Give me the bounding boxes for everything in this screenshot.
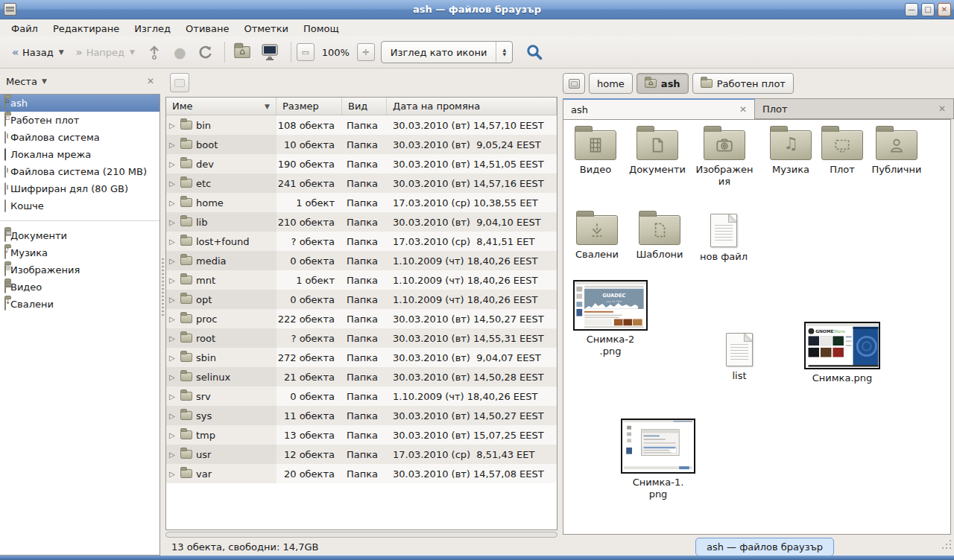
table-row[interactable]: ▷ bin 108 обекта Папка 30.03.2010 (вт) 1… <box>166 115 557 135</box>
expander-icon[interactable]: ▷ <box>169 431 177 439</box>
resize-grip[interactable] <box>941 539 952 550</box>
expander-icon[interactable]: ▷ <box>169 315 177 323</box>
minimize-button[interactable]: — <box>905 3 918 16</box>
stop-button[interactable]: ● <box>168 40 192 64</box>
sidebar-selector[interactable]: Места ▼ <box>6 76 47 87</box>
home-button[interactable] <box>230 40 254 64</box>
taskbar-window-button[interactable]: ash — файлов браузър <box>695 538 834 556</box>
table-row[interactable]: ▷ opt 0 обекта Папка 1.10.2009 (чт) 18,4… <box>166 290 557 309</box>
menu-edit[interactable]: Редактиране <box>46 22 126 36</box>
tab-plot[interactable]: Плот ✕ <box>755 98 954 119</box>
back-button[interactable]: « Назад ▼ <box>6 40 70 64</box>
menu-help[interactable]: Помощ <box>297 22 346 36</box>
reload-button[interactable] <box>192 40 219 64</box>
expander-icon[interactable]: ▷ <box>169 354 177 362</box>
expander-icon[interactable]: ▷ <box>169 412 177 420</box>
table-row[interactable]: ▷ home 1 обект Папка 17.03.2010 (ср) 10,… <box>166 193 557 212</box>
titlebar[interactable]: ash — файлов браузър — □ ✕ <box>0 0 954 19</box>
tree-root-button[interactable] <box>170 73 189 92</box>
table-row[interactable]: ▷ boot 10 обекта Папка 30.03.2010 (вт) 9… <box>166 135 557 154</box>
expander-icon[interactable]: ▷ <box>169 141 177 149</box>
sidebar-item[interactable]: Локална мрежа <box>0 146 159 163</box>
zoom-out-button[interactable]: ▭ <box>297 43 315 61</box>
sidebar-item[interactable]: Кошче <box>0 197 159 214</box>
sidebar-item[interactable]: Изображения <box>0 261 159 279</box>
menu-go[interactable]: Отиване <box>179 22 236 36</box>
sidebar-item[interactable]: Файлова система <box>0 129 159 146</box>
table-row[interactable]: ▷ sys 11 обекта Папка 30.03.2010 (вт) 14… <box>166 406 557 425</box>
folder-documents[interactable]: Документи <box>625 124 690 176</box>
expander-icon[interactable]: ▷ <box>169 257 177 265</box>
tab-close-icon[interactable]: ✕ <box>938 104 946 114</box>
table-row[interactable]: ▷ lost+found ? обекта Папка 17.03.2010 (… <box>166 232 557 251</box>
expander-icon[interactable]: ▷ <box>169 160 177 168</box>
breadcrumb-ash-button[interactable]: ash <box>636 73 689 94</box>
table-row[interactable]: ▷ selinux 21 обекта Папка 30.03.2010 (вт… <box>166 367 557 386</box>
expander-icon[interactable]: ▷ <box>169 179 177 188</box>
up-button[interactable] <box>141 40 168 64</box>
table-row[interactable]: ▷ dev 190 обекта Папка 30.03.2010 (вт) 1… <box>166 154 557 174</box>
back-dropdown-icon[interactable]: ▼ <box>59 48 64 56</box>
sidebar-item[interactable]: Шифриран дял (80 GB) <box>0 180 159 197</box>
table-row[interactable]: ▷ lib 210 обекта Папка 30.03.2010 (вт) 9… <box>166 212 557 232</box>
table-row[interactable]: ▷ root ? обекта Папка 30.03.2010 (вт) 14… <box>166 328 557 348</box>
horizontal-scrollbar[interactable] <box>165 532 557 538</box>
close-button[interactable]: ✕ <box>938 3 951 16</box>
breadcrumb-home-button[interactable]: home <box>589 73 633 94</box>
sidebar-item[interactable]: Работен плот <box>0 112 159 129</box>
expander-icon[interactable]: ▷ <box>169 296 177 304</box>
folder-video[interactable]: Видео <box>568 124 623 176</box>
expander-icon[interactable]: ▷ <box>169 238 177 246</box>
folder-pictures[interactable]: Изображения <box>693 124 756 188</box>
expander-icon[interactable]: ▷ <box>169 334 177 343</box>
table-row[interactable]: ▷ var 20 обекта Папка 30.03.2010 (вт) 14… <box>166 464 557 483</box>
file-list[interactable]: list <box>716 330 763 382</box>
table-row[interactable]: ▷ sbin 272 обекта Папка 30.03.2010 (вт) … <box>166 348 557 367</box>
table-row[interactable]: ▷ proc 222 обекта Папка 30.03.2010 (вт) … <box>166 309 557 328</box>
file-new-file[interactable]: нов файл <box>695 211 753 263</box>
pane-splitter[interactable] <box>160 69 165 560</box>
folder-downloads[interactable]: Свалени <box>569 209 625 261</box>
expander-icon[interactable]: ▷ <box>169 451 177 459</box>
menu-bookmarks[interactable]: Отметки <box>237 22 294 36</box>
menu-view[interactable]: Изглед <box>127 22 177 36</box>
icon-view[interactable]: Видео Документи Изображения ♫ Музика Пло… <box>563 119 951 535</box>
search-button[interactable] <box>522 40 547 64</box>
file-snimka-1[interactable]: Снимка-1.png <box>620 419 696 500</box>
column-header-date[interactable]: Дата на промяна <box>387 98 557 115</box>
sidebar-item[interactable]: Файлова система (210 MB) <box>0 163 159 180</box>
folder-music[interactable]: ♫ Музика <box>763 124 818 176</box>
table-row[interactable]: ▷ etc 241 обекта Папка 30.03.2010 (вт) 1… <box>166 174 557 193</box>
sidebar-item[interactable]: Музика <box>0 244 159 261</box>
tab-close-icon[interactable]: ✕ <box>739 104 747 115</box>
expander-icon[interactable]: ▷ <box>169 121 177 130</box>
expander-icon[interactable]: ▷ <box>169 276 177 284</box>
column-header-name[interactable]: Име ▼ <box>166 98 277 115</box>
expander-icon[interactable]: ▷ <box>169 470 177 478</box>
expander-icon[interactable]: ▷ <box>169 199 177 207</box>
folder-templates[interactable]: Шаблони <box>632 209 687 261</box>
table-row[interactable]: ▷ media 0 обекта Папка 1.10.2009 (чт) 18… <box>166 251 557 270</box>
zoom-in-button[interactable]: ✛ <box>357 43 375 61</box>
folder-desktop[interactable]: Плот <box>820 124 865 176</box>
sidebar-item[interactable]: ash <box>0 95 159 112</box>
table-row[interactable]: ▷ mnt 1 обект Папка 1.10.2009 (чт) 18,40… <box>166 270 557 290</box>
breadcrumb-desktop-button[interactable]: Работен плот <box>692 73 794 94</box>
menu-file[interactable]: Файл <box>4 22 45 36</box>
breadcrumb-root-button[interactable] <box>563 73 585 94</box>
expander-icon[interactable]: ▷ <box>169 392 177 401</box>
sidebar-item[interactable]: Видео <box>0 279 159 296</box>
tab-ash[interactable]: ash ✕ <box>563 98 755 119</box>
file-snimka[interactable]: GNOME Store Снимка.png <box>803 322 881 384</box>
view-mode-select[interactable]: Изглед като икони ▲▼ <box>381 41 514 63</box>
sidebar-item[interactable]: Свалени <box>0 296 159 313</box>
table-row[interactable]: ▷ tmp 13 обекта Папка 30.03.2010 (вт) 15… <box>166 425 557 445</box>
folder-public[interactable]: Публични <box>868 124 926 176</box>
expander-icon[interactable]: ▷ <box>169 218 177 226</box>
computer-button[interactable] <box>254 40 285 64</box>
column-header-size[interactable]: Размер <box>277 98 342 115</box>
expander-icon[interactable]: ▷ <box>169 373 177 381</box>
sidebar-close-icon[interactable]: ✕ <box>147 76 154 86</box>
file-snimka-2[interactable]: GUADEC july 24–30th Снимка-2.png <box>572 281 648 357</box>
maximize-button[interactable]: □ <box>921 3 935 16</box>
